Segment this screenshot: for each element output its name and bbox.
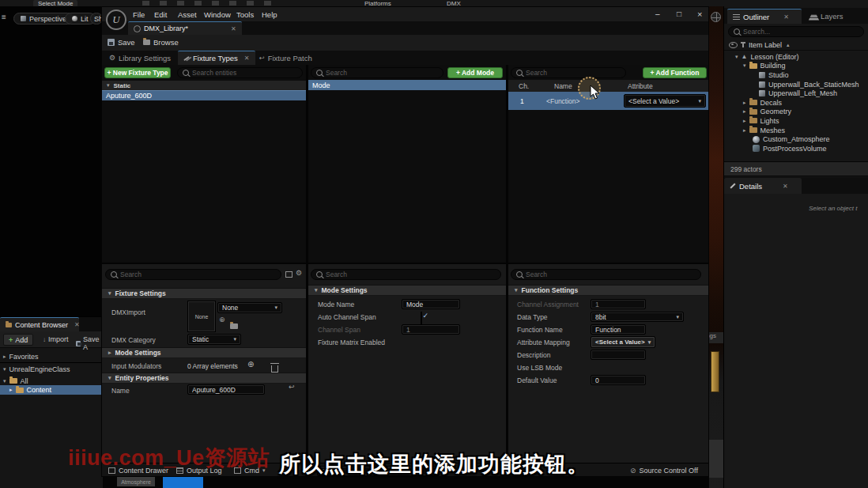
tab-layers[interactable]: Layers <box>805 9 849 24</box>
menu-item-asset[interactable]: Asset <box>178 10 197 19</box>
fixture-type-row-selected[interactable]: Aputure_600D <box>102 90 306 100</box>
fixture-settings-search[interactable] <box>105 269 281 280</box>
default-value-input[interactable] <box>595 376 641 384</box>
reset-icon[interactable]: ↩ <box>289 383 295 391</box>
all-folder-row[interactable]: ▾ All <box>3 376 28 386</box>
use-selected-icon[interactable]: ⊕ <box>219 316 225 323</box>
menu-item-edit[interactable]: Edit <box>154 10 167 19</box>
display-filter-icon[interactable] <box>285 271 292 278</box>
section-function-settings[interactable]: ▾ Function Settings <box>508 285 709 296</box>
content-folder-row[interactable]: ▸ Content <box>0 385 103 395</box>
menu-item-file[interactable]: File <box>133 10 145 19</box>
outliner-search[interactable] <box>728 26 864 37</box>
close-icon[interactable]: ✕ <box>244 55 250 62</box>
viewport-menu-icon[interactable]: ≡ <box>2 13 6 21</box>
attribute-dropdown[interactable]: <Select a Value> ▾ <box>624 94 706 108</box>
tab-library-settings[interactable]: ⚙ Library Settings <box>104 51 176 65</box>
globe-icon[interactable] <box>711 12 721 22</box>
minimize-button[interactable]: – <box>655 9 660 18</box>
name-field[interactable] <box>187 384 265 395</box>
tree-row-meshes[interactable]: ▸ Meshes <box>724 126 868 135</box>
content-browser-tab[interactable]: Content Browser ✕ <box>0 317 79 331</box>
mode-search[interactable] <box>311 67 443 78</box>
static-group-header[interactable]: ▾ Static <box>102 81 306 90</box>
fixture-search-input[interactable] <box>192 69 297 77</box>
function-settings-search[interactable] <box>511 269 701 280</box>
tab-outliner[interactable]: Outliner ✕ <box>727 9 802 24</box>
trash-icon[interactable] <box>271 365 278 373</box>
function-row-selected[interactable]: 1 <Function> <Select a Value> ▾ <box>508 92 709 110</box>
pin-icon[interactable] <box>742 42 744 47</box>
fixture-search[interactable] <box>177 67 303 78</box>
dmx-library-tab[interactable]: DMX_Library* ✕ <box>128 21 242 35</box>
tab-fixture-types[interactable]: Fixture Types ✕ <box>178 51 255 65</box>
eye-icon[interactable] <box>729 42 738 48</box>
menu-item-help[interactable]: Help <box>262 10 277 19</box>
tree-row-custom-atmosphere[interactable]: Custom_Atmosphere <box>724 134 868 144</box>
tree-row-lights[interactable]: ▸ Lights <box>724 116 868 126</box>
browse-button[interactable]: Browse <box>143 38 179 47</box>
tree-row-building[interactable]: ▾ Building <box>724 62 868 71</box>
mode-name-input[interactable] <box>406 301 455 308</box>
unrealengineclass-row[interactable]: ▾ UnrealEngineClass <box>3 365 70 374</box>
add-button[interactable]: + Add <box>3 334 33 346</box>
section-entity-properties[interactable]: ▾ Entity Properties <box>102 373 306 384</box>
col-name[interactable]: Name <box>554 82 572 90</box>
name-input[interactable] <box>192 386 260 394</box>
dmx-import-dropdown[interactable]: None ▾ <box>217 302 282 313</box>
add-element-icon[interactable]: ⊕ <box>247 360 254 369</box>
description-input[interactable] <box>595 351 641 359</box>
maximize-button[interactable]: □ <box>677 9 681 18</box>
import-button[interactable]: ↓ Import <box>43 335 69 343</box>
section-fixture-settings[interactable]: ▾ Fixture Settings <box>102 288 306 299</box>
outliner-search-input[interactable] <box>743 28 859 36</box>
add-mode-button[interactable]: + Add Mode <box>447 67 503 78</box>
new-fixture-type-button[interactable]: + New Fixture Type <box>104 67 171 78</box>
tab-details[interactable]: Details ✕ <box>724 178 802 194</box>
dmx-category-dropdown[interactable]: Static ▾ <box>187 334 241 345</box>
mode-settings-search-input[interactable] <box>326 270 496 278</box>
tree-row-decals[interactable]: ▸ Decals <box>724 98 868 108</box>
window-title-bar[interactable]: File Edit Asset Window Tools Help – □ × <box>102 7 709 21</box>
close-button[interactable]: × <box>697 9 702 19</box>
dmx-import-thumbnail[interactable]: None <box>187 301 216 332</box>
attribute-mapping-dropdown[interactable]: <Select a Value> ▾ <box>591 336 655 348</box>
mode-name-field[interactable] <box>402 299 460 309</box>
mode-settings-search[interactable] <box>311 269 501 280</box>
function-search[interactable] <box>511 67 626 78</box>
add-function-button[interactable]: + Add Function <box>643 67 707 78</box>
settings-gear-icon[interactable]: ⚙ <box>296 269 302 277</box>
close-icon[interactable]: ✕ <box>783 183 788 190</box>
function-search-input[interactable] <box>526 69 621 77</box>
tree-row-studio[interactable]: Studio <box>724 70 868 80</box>
browse-asset-icon[interactable] <box>230 323 238 329</box>
function-settings-search-input[interactable] <box>526 270 696 278</box>
save-button[interactable]: Save <box>108 38 135 47</box>
section-mode-settings[interactable]: ▸ Mode Settings <box>102 347 306 358</box>
description-field[interactable] <box>591 350 646 360</box>
col-ch[interactable]: Ch. <box>519 82 529 90</box>
tree-row-upperwall-back[interactable]: Upperwall_Back_StaticMesh <box>724 80 868 89</box>
close-icon[interactable]: ✕ <box>231 25 236 32</box>
close-icon[interactable]: ✕ <box>783 13 789 21</box>
section-mode-settings2[interactable]: ▾ Mode Settings <box>308 285 506 296</box>
fixture-settings-search-input[interactable] <box>120 270 276 278</box>
tree-row-lesson[interactable]: ▾ ▲ Lesson (Editor) <box>724 52 868 62</box>
item-label-header[interactable]: Item Label <box>749 41 782 49</box>
data-type-dropdown[interactable]: 8bit ▾ <box>591 312 684 322</box>
mode-search-input[interactable] <box>326 69 438 77</box>
menu-item-window[interactable]: Window <box>204 10 231 19</box>
function-name[interactable]: <Function> <box>546 97 580 105</box>
favorites-row[interactable]: ▸ Favorites <box>3 352 39 361</box>
menu-item-tools[interactable]: Tools <box>236 10 254 19</box>
mode-row-selected[interactable]: Mode <box>308 80 506 90</box>
close-icon[interactable]: ✕ <box>74 321 80 328</box>
tree-row-postprocessvolume[interactable]: PostProcessVolume <box>724 144 868 153</box>
default-value-field[interactable] <box>591 375 646 385</box>
save-all-button[interactable]: Save A <box>76 335 103 351</box>
tree-row-geometry[interactable]: ▸ Geometry <box>724 108 868 117</box>
tab-fixture-patch[interactable]: ↩ Fixture Patch <box>254 51 318 65</box>
function-name-field[interactable] <box>591 324 646 335</box>
col-attribute[interactable]: Attribute <box>628 82 653 90</box>
tree-row-upperwall-left[interactable]: Upperwall_Left_Mesh <box>724 89 868 98</box>
